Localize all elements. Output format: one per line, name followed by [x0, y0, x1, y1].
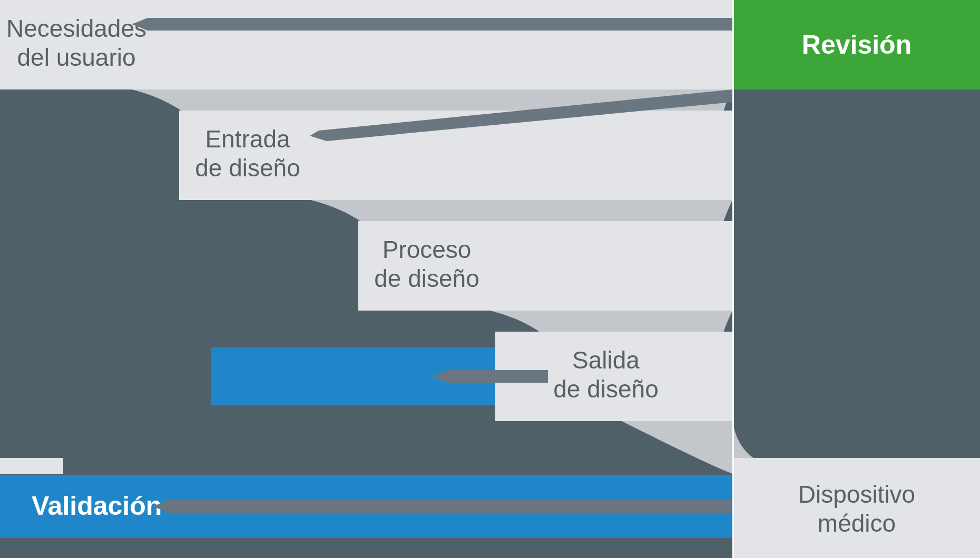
stage-design-output-line2: de diseño [553, 375, 659, 403]
arrow-output-to-verification [432, 370, 548, 383]
divider-vertical [732, 0, 734, 558]
stage-user-needs-line2: del usuario [17, 44, 135, 71]
stage-medical-device: Dispositivo médico [733, 458, 980, 558]
waterfall-diagram: Necesidades del usuario Revisión Entrada… [0, 0, 980, 558]
action-validation-label: Validación [32, 491, 162, 521]
validation-left-tab [0, 458, 63, 474]
action-review-label: Revisión [802, 30, 912, 59]
stage-design-process-line1: Proceso [383, 236, 472, 263]
stage-user-needs-line1: Necesidades [6, 15, 146, 42]
arrow-device-to-validation [153, 500, 731, 513]
stage-design-process-line2: de diseño [374, 265, 479, 292]
stage-design-input-line1: Entrada [205, 125, 290, 153]
stage-design-input-line2: de diseño [195, 154, 300, 182]
stage-medical-device-line2: médico [818, 510, 896, 537]
svg-marker-11 [153, 500, 731, 513]
svg-marker-2 [132, 18, 732, 31]
stage-design-output-line1: Salida [572, 346, 640, 374]
action-review: Revisión [733, 0, 980, 89]
arrow-review-to-user-needs [132, 18, 732, 31]
svg-marker-8 [432, 370, 548, 383]
svg-rect-9 [733, 458, 980, 558]
stage-medical-device-line1: Dispositivo [798, 481, 915, 508]
